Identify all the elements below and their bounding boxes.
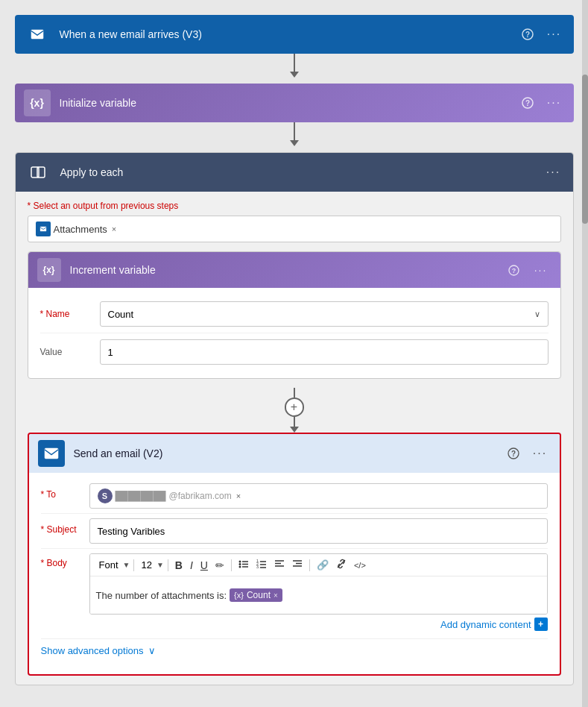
ellipsis-icon-3: ··· <box>546 166 560 179</box>
add-dynamic-button[interactable]: Add dynamic content + <box>440 618 547 631</box>
to-field-input[interactable]: S ████████ @fabrikam.com × <box>89 483 548 509</box>
select-output-label: * Select an output from previous steps <box>28 201 561 211</box>
link-button[interactable]: 🔗 <box>314 558 332 572</box>
toolbar-sep-2 <box>168 559 168 571</box>
chevron-down-icon: ∨ <box>534 309 540 319</box>
body-field-label: * Body <box>41 553 89 568</box>
font-selector[interactable]: Font <box>96 559 121 571</box>
svg-point-15 <box>238 561 241 563</box>
apply-each-body: * Select an output from previous steps A… <box>16 192 573 685</box>
value-field-control[interactable]: 1 <box>100 339 549 365</box>
bold-button[interactable]: B <box>172 558 186 573</box>
init-variable-more-button[interactable]: ··· <box>544 92 565 113</box>
add-dynamic-icon: + <box>534 618 548 631</box>
subject-field-row: * Subject Testing Varibles <box>41 514 548 549</box>
font-size-selector[interactable]: 12 <box>138 559 154 571</box>
svg-point-19 <box>238 566 241 568</box>
init-variable-header: {x} Initialize variable ? ··· <box>15 84 574 122</box>
increment-variable-body: * Name Count ∨ Value 1 <box>28 288 560 378</box>
apply-each-more-button[interactable]: ··· <box>543 162 564 183</box>
svg-rect-9 <box>40 227 46 231</box>
attachment-tag-label: Attachments <box>54 224 107 235</box>
apply-each-actions: ··· <box>543 162 564 183</box>
chevron-down-font-icon: ▼ <box>123 561 130 569</box>
increment-variable-header: {x} Increment variable ? ··· <box>28 252 560 288</box>
init-variable-step: {x} Initialize variable ? ··· <box>15 84 574 122</box>
arrow-head <box>290 72 299 78</box>
variable-pill-icon: {x} <box>234 591 244 600</box>
to-field-label: * To <box>41 483 89 500</box>
pen-button[interactable]: ✏ <box>212 558 227 573</box>
attachments-field[interactable]: Attachments × <box>28 216 561 242</box>
chevron-down-size-icon: ▼ <box>157 561 164 569</box>
italic-button[interactable]: I <box>187 558 196 573</box>
value-field-value: 1 <box>108 347 113 358</box>
unlink-button[interactable] <box>333 557 350 573</box>
trigger-step: When a new email arrives (V3) ? ··· <box>15 15 574 54</box>
trigger-icon <box>24 21 51 48</box>
recipient-tag: S ████████ @fabrikam.com × <box>98 488 241 503</box>
connector-1 <box>290 54 299 84</box>
body-editor-container: Font ▼ 12 ▼ B I U ✏ <box>89 553 548 634</box>
to-field-row: * To S ████████ @fabrikam.com × <box>41 479 548 514</box>
increment-variable-icon: {x} <box>37 258 61 282</box>
name-field-value: Count <box>108 309 134 320</box>
connector-2 <box>290 122 299 152</box>
init-variable-help-button[interactable]: ? <box>517 92 538 113</box>
unordered-list-button[interactable] <box>235 557 252 573</box>
send-email-help-button[interactable]: ? <box>503 443 524 464</box>
underline-button[interactable]: U <box>197 558 211 573</box>
plus-button[interactable]: + <box>285 398 304 416</box>
send-email-title: Send an email (V2) <box>74 447 503 459</box>
name-field-row: * Name Count ∨ <box>40 295 549 333</box>
body-field-row: * Body Font ▼ 12 ▼ B <box>41 549 548 639</box>
subject-field-input[interactable]: Testing Varibles <box>89 518 548 544</box>
inner-plus-connector: + <box>28 388 561 433</box>
subject-value: Testing Varibles <box>98 526 165 537</box>
align-left-button[interactable] <box>271 557 288 573</box>
increment-help-button[interactable]: ? <box>504 260 525 280</box>
send-email-body: * To S ████████ @fabrikam.com × * <box>29 473 560 674</box>
add-dynamic-label: Add dynamic content <box>440 619 531 630</box>
code-button[interactable]: </> <box>351 559 369 571</box>
init-variable-title: Initialize variable <box>60 97 517 109</box>
trigger-more-button[interactable]: ··· <box>544 24 565 45</box>
recipient-avatar: S <box>98 488 113 503</box>
scrollbar-thumb[interactable] <box>582 75 588 224</box>
trigger-actions: ? ··· <box>517 24 565 45</box>
variable-pill-remove-button[interactable]: × <box>274 591 278 600</box>
ellipsis-icon: ··· <box>547 28 561 41</box>
value-field-label: Value <box>40 347 100 357</box>
trigger-help-button[interactable]: ? <box>517 24 538 45</box>
send-email-card: Send an email (V2) ? ··· * To <box>28 433 561 676</box>
apply-each-card: Apply to each ··· * Select an output fro… <box>15 152 574 685</box>
arrow-head-2 <box>290 140 299 146</box>
show-advanced-button[interactable]: Show advanced options ∨ <box>41 639 156 662</box>
recipient-email: ████████ <box>116 491 166 501</box>
trigger-title: When a new email arrives (V3) <box>60 28 517 40</box>
body-text: The number of attachments is: <box>96 590 227 601</box>
increment-more-button[interactable]: ··· <box>531 260 551 280</box>
align-right-button[interactable] <box>289 557 306 573</box>
svg-text:3.: 3. <box>256 565 259 569</box>
toolbar-sep-3 <box>231 559 232 571</box>
init-variable-icon: {x} <box>24 89 51 116</box>
variable-pill-label: Count <box>247 590 271 600</box>
increment-variable-title: Increment variable <box>70 264 504 276</box>
inner-arrow-head <box>290 427 299 433</box>
body-text-area[interactable]: The number of attachments is: {x} Count … <box>90 576 547 614</box>
recipient-remove-button[interactable]: × <box>236 491 241 500</box>
value-field-row: Value 1 <box>40 333 549 371</box>
name-field-control[interactable]: Count ∨ <box>100 301 549 327</box>
scrollbar[interactable] <box>582 0 588 707</box>
ellipsis-icon-2: ··· <box>547 96 561 110</box>
body-toolbar: Font ▼ 12 ▼ B I U ✏ <box>90 554 547 576</box>
apply-each-icon <box>25 159 51 186</box>
attachment-remove-button[interactable]: × <box>112 224 116 233</box>
increment-variable-actions: ? ··· <box>504 260 551 280</box>
ellipsis-icon-5: ··· <box>533 447 547 460</box>
ordered-list-button[interactable]: 1.2.3. <box>253 557 270 573</box>
add-dynamic-row: Add dynamic content + <box>89 615 548 634</box>
send-email-more-button[interactable]: ··· <box>530 443 551 464</box>
init-variable-actions: ? ··· <box>517 92 565 113</box>
